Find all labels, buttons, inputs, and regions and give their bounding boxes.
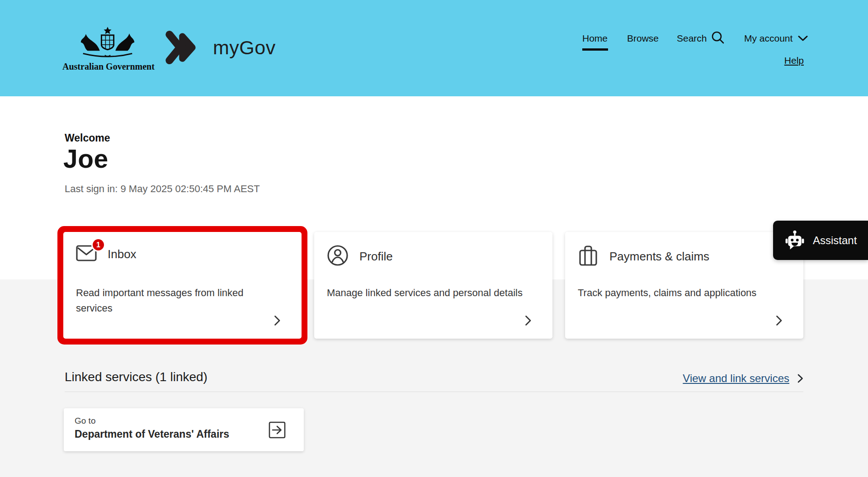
australian-government-logo: Australian Government <box>62 26 153 72</box>
service-name: Department of Veterans' Affairs <box>75 428 229 440</box>
chevron-down-icon <box>798 35 808 42</box>
profile-icon-wrap <box>327 245 349 268</box>
chevron-right-icon <box>525 315 532 326</box>
mygov-logo: myGov <box>159 30 276 65</box>
chevron-right-icon <box>797 374 803 383</box>
briefcase-icon <box>578 245 599 266</box>
linked-services-count: (1 linked) <box>152 370 208 384</box>
chevron-right-icon <box>274 315 281 326</box>
card-title: Profile <box>359 250 393 264</box>
linked-service-card-dva[interactable]: Go to Department of Veterans' Affairs <box>64 408 304 451</box>
welcome-label: Welcome <box>65 132 110 144</box>
search-icon[interactable] <box>711 30 725 45</box>
payments-claims-card[interactable]: Payments & claims Track payments, claims… <box>565 232 803 339</box>
person-icon <box>327 245 349 266</box>
payments-icon-wrap <box>578 245 599 268</box>
service-goto-label: Go to <box>75 416 95 426</box>
gov-caption: Australian Government <box>62 61 153 72</box>
nav-active-underline <box>582 48 608 51</box>
inbox-card[interactable]: 1 Inbox Read important messages from lin… <box>63 232 302 339</box>
nav-browse[interactable]: Browse <box>627 33 659 44</box>
linked-services-divider <box>65 392 803 392</box>
header: Australian Government myGov Home Browse … <box>0 0 868 96</box>
card-description: Manage linked services and personal deta… <box>327 285 530 301</box>
nav-search[interactable]: Search <box>677 33 707 44</box>
chevron-right-icon <box>776 315 783 326</box>
help-link[interactable]: Help <box>784 55 804 66</box>
assistant-button[interactable]: Assistant <box>773 221 868 260</box>
view-and-link-services[interactable]: View and link services <box>683 372 803 385</box>
profile-card[interactable]: Profile Manage linked services and perso… <box>314 232 552 339</box>
linked-services-heading: Linked services (1 linked) <box>65 370 208 384</box>
user-name: Joe <box>63 144 108 174</box>
linked-services-title: Linked services <box>65 370 152 384</box>
mygov-logo-icon <box>159 30 202 65</box>
inbox-icon-wrap: 1 <box>76 245 97 264</box>
card-title: Inbox <box>108 247 137 261</box>
assistant-label: Assistant <box>813 234 857 247</box>
assistant-robot-icon <box>785 230 805 251</box>
external-arrow-icon <box>269 421 286 439</box>
last-sign-in: Last sign in: 9 May 2025 02:50:45 PM AES… <box>65 183 260 195</box>
unread-badge: 1 <box>91 238 105 252</box>
my-account-label: My account <box>744 33 793 44</box>
nav-home[interactable]: Home <box>582 33 608 44</box>
card-description: Read important messages from linked serv… <box>76 285 279 316</box>
my-account-menu[interactable]: My account <box>744 33 808 44</box>
card-title: Payments & claims <box>609 250 709 264</box>
coat-of-arms-icon <box>74 26 142 60</box>
view-and-link-services-link[interactable]: View and link services <box>683 372 789 385</box>
brand-name: myGov <box>213 37 276 59</box>
card-description: Track payments, claims and applications <box>578 285 790 301</box>
